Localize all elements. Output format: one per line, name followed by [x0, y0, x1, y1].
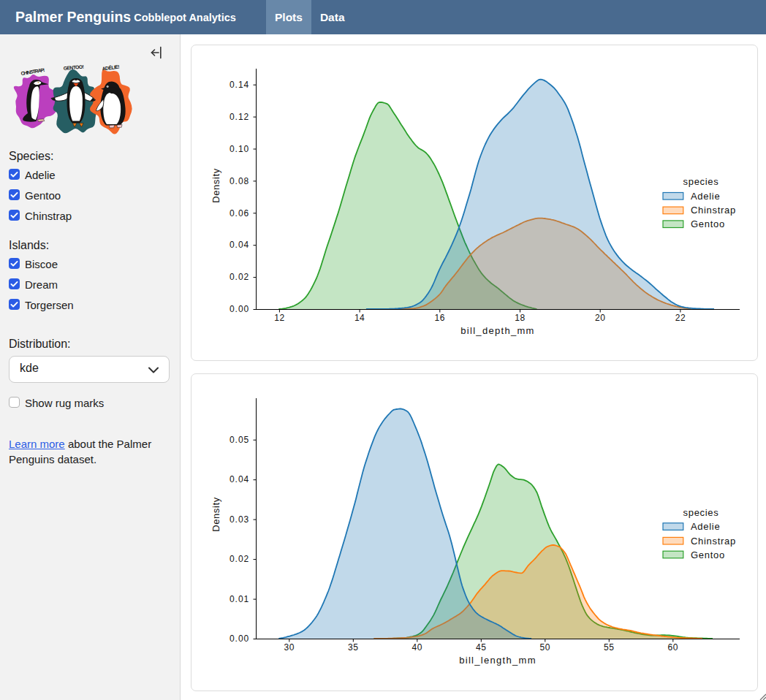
svg-text:ADÉLIE!: ADÉLIE! [102, 64, 120, 71]
svg-text:species: species [683, 176, 719, 187]
svg-text:0.03: 0.03 [230, 514, 249, 525]
svg-text:0.06: 0.06 [230, 208, 249, 218]
svg-text:species: species [683, 507, 719, 518]
svg-text:CHINSTRAP!: CHINSTRAP! [20, 67, 45, 76]
svg-text:14: 14 [354, 313, 365, 323]
svg-text:GENTOO!: GENTOO! [63, 64, 84, 71]
svg-text:Chinstrap: Chinstrap [691, 536, 736, 547]
svg-text:0.01: 0.01 [230, 594, 249, 604]
svg-text:18: 18 [515, 313, 525, 323]
svg-text:0.08: 0.08 [230, 176, 249, 186]
svg-text:0.00: 0.00 [230, 304, 249, 314]
svg-text:12: 12 [274, 313, 284, 323]
svg-text:0.04: 0.04 [230, 474, 249, 484]
svg-text:0.14: 0.14 [230, 80, 249, 90]
svg-text:0.05: 0.05 [230, 435, 249, 445]
svg-text:Density: Density [211, 497, 221, 532]
svg-text:Adelie: Adelie [691, 191, 720, 202]
svg-text:16: 16 [435, 313, 445, 323]
svg-text:60: 60 [668, 642, 678, 653]
svg-text:bill_depth_mm: bill_depth_mm [460, 325, 534, 336]
svg-text:20: 20 [595, 313, 605, 323]
svg-text:22: 22 [675, 313, 686, 323]
svg-text:30: 30 [284, 642, 295, 653]
svg-text:Gentoo: Gentoo [691, 549, 725, 560]
svg-text:Adelie: Adelie [691, 521, 720, 532]
svg-text:Density: Density [211, 168, 221, 203]
svg-text:Chinstrap: Chinstrap [691, 205, 736, 216]
svg-text:Gentoo: Gentoo [691, 218, 725, 229]
svg-text:0.00: 0.00 [230, 634, 249, 644]
svg-text:55: 55 [604, 642, 614, 653]
svg-text:40: 40 [412, 642, 422, 653]
svg-text:50: 50 [540, 642, 550, 653]
svg-text:0.02: 0.02 [230, 272, 249, 282]
svg-text:45: 45 [476, 642, 486, 653]
svg-text:0.10: 0.10 [230, 144, 249, 154]
svg-text:bill_length_mm: bill_length_mm [459, 655, 536, 666]
svg-text:35: 35 [348, 642, 358, 653]
svg-text:0.12: 0.12 [230, 112, 249, 122]
svg-text:0.02: 0.02 [230, 554, 249, 564]
svg-text:0.04: 0.04 [230, 240, 249, 250]
